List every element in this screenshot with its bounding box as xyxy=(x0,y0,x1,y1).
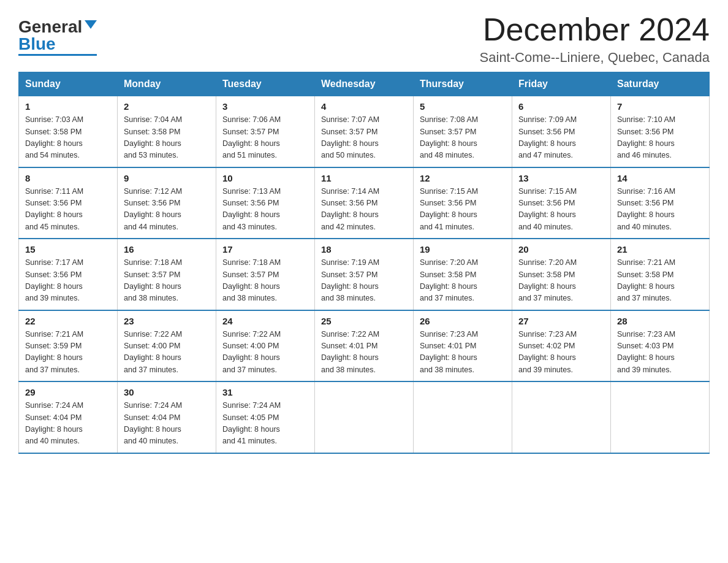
day-number: 30 xyxy=(124,387,210,397)
day-info: Sunrise: 7:15 AMSunset: 3:56 PMDaylight:… xyxy=(420,186,506,234)
day-info: Sunrise: 7:20 AMSunset: 3:58 PMDaylight:… xyxy=(420,257,506,305)
day-info: Sunrise: 7:24 AMSunset: 4:05 PMDaylight:… xyxy=(222,400,308,448)
day-info: Sunrise: 7:23 AMSunset: 4:01 PMDaylight:… xyxy=(420,329,506,377)
calendar-subtitle: Saint-Come--Liniere, Quebec, Canada xyxy=(480,50,710,66)
day-number: 7 xyxy=(617,101,703,112)
cal-cell: 16Sunrise: 7:18 AMSunset: 3:57 PMDayligh… xyxy=(118,239,216,310)
day-number: 15 xyxy=(25,244,111,255)
day-info: Sunrise: 7:21 AMSunset: 3:59 PMDaylight:… xyxy=(25,329,111,377)
logo: General Blue xyxy=(18,18,97,56)
day-info: Sunrise: 7:19 AMSunset: 3:57 PMDaylight:… xyxy=(321,257,407,305)
cal-cell: 27Sunrise: 7:23 AMSunset: 4:02 PMDayligh… xyxy=(512,310,611,382)
day-info: Sunrise: 7:12 AMSunset: 3:56 PMDaylight:… xyxy=(124,186,210,234)
cal-cell: 11Sunrise: 7:14 AMSunset: 3:56 PMDayligh… xyxy=(315,167,414,239)
cal-cell: 28Sunrise: 7:23 AMSunset: 4:03 PMDayligh… xyxy=(611,310,710,382)
day-number: 5 xyxy=(420,101,506,112)
day-info: Sunrise: 7:10 AMSunset: 3:56 PMDaylight:… xyxy=(617,114,703,162)
cal-cell: 6Sunrise: 7:09 AMSunset: 3:56 PMDaylight… xyxy=(512,96,611,167)
cal-cell: 9Sunrise: 7:12 AMSunset: 3:56 PMDaylight… xyxy=(118,167,216,239)
day-number: 29 xyxy=(25,387,111,397)
cal-cell: 31Sunrise: 7:24 AMSunset: 4:05 PMDayligh… xyxy=(216,381,315,453)
day-number: 24 xyxy=(222,316,308,326)
cal-cell: 17Sunrise: 7:18 AMSunset: 3:57 PMDayligh… xyxy=(216,239,315,310)
day-number: 16 xyxy=(124,244,210,255)
page-header: General Blue December 2024 Saint-Come--L… xyxy=(18,12,710,66)
day-info: Sunrise: 7:03 AMSunset: 3:58 PMDaylight:… xyxy=(25,114,111,162)
day-header-tuesday: Tuesday xyxy=(216,72,315,96)
day-number: 27 xyxy=(518,316,604,326)
day-header-wednesday: Wednesday xyxy=(315,72,414,96)
cal-cell: 25Sunrise: 7:22 AMSunset: 4:01 PMDayligh… xyxy=(315,310,414,382)
day-info: Sunrise: 7:22 AMSunset: 4:01 PMDaylight:… xyxy=(321,329,407,377)
day-number: 9 xyxy=(124,173,210,183)
day-info: Sunrise: 7:23 AMSunset: 4:02 PMDaylight:… xyxy=(518,329,604,377)
day-info: Sunrise: 7:18 AMSunset: 3:57 PMDaylight:… xyxy=(124,257,210,305)
cal-cell: 4Sunrise: 7:07 AMSunset: 3:57 PMDaylight… xyxy=(315,96,414,167)
cal-cell: 18Sunrise: 7:19 AMSunset: 3:57 PMDayligh… xyxy=(315,239,414,310)
day-number: 26 xyxy=(420,316,506,326)
cal-cell: 3Sunrise: 7:06 AMSunset: 3:57 PMDaylight… xyxy=(216,96,315,167)
title-section: December 2024 Saint-Come--Liniere, Quebe… xyxy=(480,12,710,66)
day-number: 10 xyxy=(222,173,308,183)
day-info: Sunrise: 7:14 AMSunset: 3:56 PMDaylight:… xyxy=(321,186,407,234)
day-number: 3 xyxy=(222,101,308,112)
day-info: Sunrise: 7:04 AMSunset: 3:58 PMDaylight:… xyxy=(124,114,210,162)
logo-blue-text: Blue xyxy=(18,36,56,53)
day-number: 23 xyxy=(124,316,210,326)
day-info: Sunrise: 7:06 AMSunset: 3:57 PMDaylight:… xyxy=(222,114,308,162)
cal-cell: 15Sunrise: 7:17 AMSunset: 3:56 PMDayligh… xyxy=(19,239,118,310)
day-info: Sunrise: 7:24 AMSunset: 4:04 PMDaylight:… xyxy=(124,400,210,448)
day-info: Sunrise: 7:22 AMSunset: 4:00 PMDaylight:… xyxy=(124,329,210,377)
day-header-saturday: Saturday xyxy=(611,72,710,96)
day-number: 11 xyxy=(321,173,407,183)
day-number: 19 xyxy=(420,244,506,255)
day-info: Sunrise: 7:17 AMSunset: 3:56 PMDaylight:… xyxy=(25,257,111,305)
day-info: Sunrise: 7:07 AMSunset: 3:57 PMDaylight:… xyxy=(321,114,407,162)
day-number: 12 xyxy=(420,173,506,183)
week-row-1: 1Sunrise: 7:03 AMSunset: 3:58 PMDaylight… xyxy=(19,96,710,167)
day-number: 22 xyxy=(25,316,111,326)
day-info: Sunrise: 7:21 AMSunset: 3:58 PMDaylight:… xyxy=(617,257,703,305)
cal-cell: 29Sunrise: 7:24 AMSunset: 4:04 PMDayligh… xyxy=(19,381,118,453)
cal-cell: 30Sunrise: 7:24 AMSunset: 4:04 PMDayligh… xyxy=(118,381,216,453)
day-number: 25 xyxy=(321,316,407,326)
day-info: Sunrise: 7:16 AMSunset: 3:56 PMDaylight:… xyxy=(617,186,703,234)
day-number: 21 xyxy=(617,244,703,255)
day-header-thursday: Thursday xyxy=(414,72,512,96)
cal-cell: 23Sunrise: 7:22 AMSunset: 4:00 PMDayligh… xyxy=(118,310,216,382)
day-number: 1 xyxy=(25,101,111,112)
cal-cell xyxy=(611,381,710,453)
day-number: 18 xyxy=(321,244,407,255)
week-row-2: 8Sunrise: 7:11 AMSunset: 3:56 PMDaylight… xyxy=(19,167,710,239)
day-number: 20 xyxy=(518,244,604,255)
calendar-table: SundayMondayTuesdayWednesdayThursdayFrid… xyxy=(18,72,710,454)
logo-underline xyxy=(18,54,97,56)
day-number: 6 xyxy=(518,101,604,112)
day-header-friday: Friday xyxy=(512,72,611,96)
cal-cell xyxy=(414,381,512,453)
logo-triangle-icon xyxy=(85,20,97,29)
day-number: 17 xyxy=(222,244,308,255)
cal-cell: 26Sunrise: 7:23 AMSunset: 4:01 PMDayligh… xyxy=(414,310,512,382)
day-header-sunday: Sunday xyxy=(19,72,118,96)
cal-cell: 5Sunrise: 7:08 AMSunset: 3:57 PMDaylight… xyxy=(414,96,512,167)
day-info: Sunrise: 7:20 AMSunset: 3:58 PMDaylight:… xyxy=(518,257,604,305)
cal-cell: 20Sunrise: 7:20 AMSunset: 3:58 PMDayligh… xyxy=(512,239,611,310)
day-info: Sunrise: 7:22 AMSunset: 4:00 PMDaylight:… xyxy=(222,329,308,377)
week-row-4: 22Sunrise: 7:21 AMSunset: 3:59 PMDayligh… xyxy=(19,310,710,382)
day-number: 28 xyxy=(617,316,703,326)
cal-cell: 8Sunrise: 7:11 AMSunset: 3:56 PMDaylight… xyxy=(19,167,118,239)
day-info: Sunrise: 7:08 AMSunset: 3:57 PMDaylight:… xyxy=(420,114,506,162)
day-number: 14 xyxy=(617,173,703,183)
day-info: Sunrise: 7:11 AMSunset: 3:56 PMDaylight:… xyxy=(25,186,111,234)
logo-general-text: General xyxy=(18,18,82,36)
header-row: SundayMondayTuesdayWednesdayThursdayFrid… xyxy=(19,72,710,96)
cal-cell: 1Sunrise: 7:03 AMSunset: 3:58 PMDaylight… xyxy=(19,96,118,167)
cal-cell: 14Sunrise: 7:16 AMSunset: 3:56 PMDayligh… xyxy=(611,167,710,239)
day-info: Sunrise: 7:24 AMSunset: 4:04 PMDaylight:… xyxy=(25,400,111,448)
cal-cell: 19Sunrise: 7:20 AMSunset: 3:58 PMDayligh… xyxy=(414,239,512,310)
cal-cell xyxy=(315,381,414,453)
cal-cell xyxy=(512,381,611,453)
cal-cell: 21Sunrise: 7:21 AMSunset: 3:58 PMDayligh… xyxy=(611,239,710,310)
day-info: Sunrise: 7:18 AMSunset: 3:57 PMDaylight:… xyxy=(222,257,308,305)
